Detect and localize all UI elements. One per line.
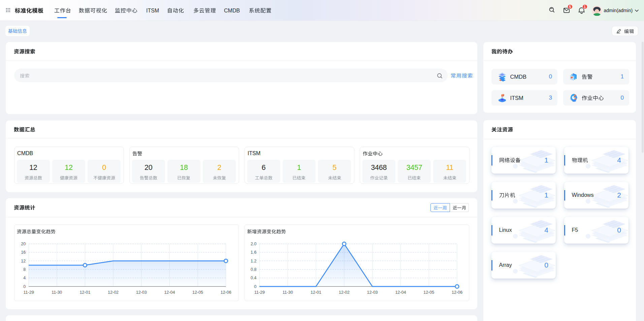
- svg-text:16: 16: [21, 250, 26, 255]
- svg-text:12-03: 12-03: [136, 290, 147, 295]
- svg-text:11-30: 11-30: [52, 290, 62, 295]
- svg-text:12-01: 12-01: [311, 290, 321, 295]
- svg-text:0.8: 0.8: [251, 267, 256, 272]
- svg-text:12-03: 12-03: [367, 290, 378, 295]
- svg-text:11-29: 11-29: [254, 290, 265, 295]
- svg-text:12-04: 12-04: [164, 290, 175, 295]
- svg-text:12-06: 12-06: [221, 290, 231, 295]
- svg-text:20: 20: [21, 242, 26, 246]
- svg-text:11-30: 11-30: [283, 290, 293, 295]
- svg-text:12-04: 12-04: [395, 290, 406, 295]
- svg-text:12-06: 12-06: [452, 290, 462, 295]
- svg-text:12-05: 12-05: [192, 290, 203, 295]
- svg-text:4: 4: [23, 276, 26, 280]
- svg-text:1.2: 1.2: [251, 259, 256, 263]
- svg-text:0.4: 0.4: [251, 276, 256, 280]
- svg-text:8: 8: [23, 267, 26, 272]
- svg-text:12-02: 12-02: [339, 290, 350, 295]
- svg-text:12-02: 12-02: [108, 290, 119, 295]
- svg-text:12: 12: [21, 259, 26, 263]
- svg-text:1.6: 1.6: [251, 250, 256, 255]
- svg-text:12-05: 12-05: [423, 290, 434, 295]
- svg-text:0: 0: [23, 284, 26, 289]
- svg-text:12-01: 12-01: [79, 290, 90, 295]
- svg-text:2.0: 2.0: [251, 242, 256, 246]
- svg-text:0: 0: [254, 284, 256, 289]
- svg-text:11-29: 11-29: [24, 290, 34, 295]
